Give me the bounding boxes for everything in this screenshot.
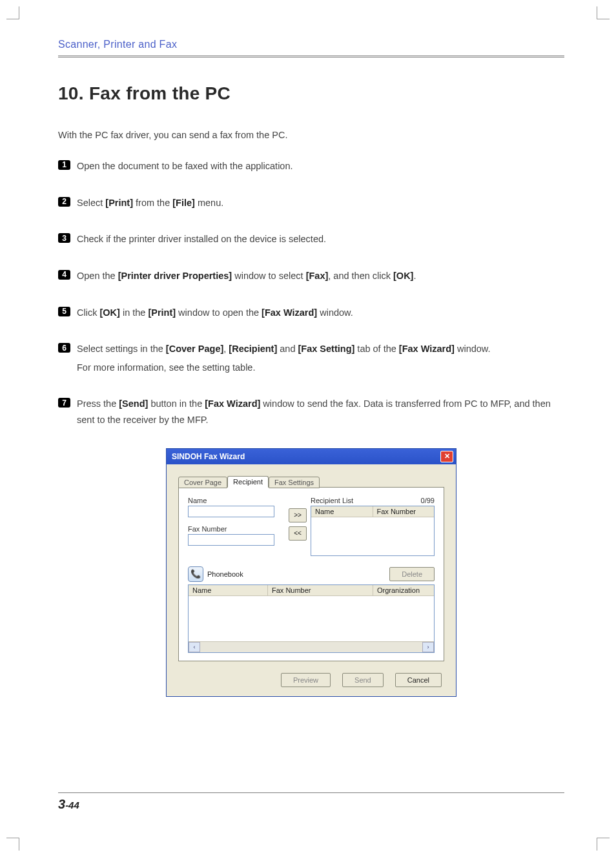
step-badge-3: 3 — [58, 233, 70, 243]
pb-col-faxnumber[interactable]: Fax Number — [268, 585, 373, 595]
bold: [File] — [172, 198, 195, 208]
bold: [Print] — [105, 198, 133, 208]
page-footer: 3-44 — [58, 792, 564, 812]
bold: [Fax] — [306, 271, 329, 281]
name-input[interactable] — [188, 506, 274, 517]
dialog-title: SINDOH Fax Wizard — [172, 452, 245, 461]
page-sub: -44 — [65, 800, 79, 811]
t: from the — [133, 198, 172, 208]
step-6-sub: For more information, see the setting ta… — [77, 360, 564, 376]
bold: [Fax Wizard] — [262, 307, 317, 318]
tab-fax-settings[interactable]: Fax Settings — [269, 477, 320, 488]
t: window to open the — [176, 307, 262, 318]
remove-recipient-button[interactable]: << — [289, 526, 307, 541]
recipient-panel: Name Fax Number >> << Recipien — [178, 487, 444, 661]
col-name[interactable]: Name — [311, 506, 373, 517]
t: button in the — [148, 398, 205, 409]
t: window. — [317, 307, 353, 318]
step-badge-4: 4 — [58, 270, 70, 280]
t: Click — [77, 307, 99, 318]
dialog-titlebar: SINDOH Fax Wizard ✕ — [167, 449, 456, 464]
phonebook-table[interactable]: Name Fax Number Orgranization ‹ › — [188, 584, 435, 653]
step-2: 2 Select [Print] from the [File] menu. — [58, 195, 564, 211]
t: . — [413, 271, 416, 281]
t: Open the — [77, 271, 118, 281]
step-6-text: Select settings in the [Cover Page], [Re… — [77, 341, 564, 375]
step-3-text: Check if the printer driver installed on… — [77, 231, 564, 247]
add-recipient-button[interactable]: >> — [289, 508, 307, 522]
delete-button[interactable]: Delete — [389, 567, 435, 581]
preview-button[interactable]: Preview — [281, 673, 331, 687]
pb-col-name[interactable]: Name — [189, 585, 268, 595]
t: Select — [77, 198, 105, 208]
step-4-text: Open the [Printer driver Properties] win… — [77, 268, 564, 284]
faxnumber-input[interactable] — [188, 534, 274, 546]
t: in the — [120, 307, 149, 318]
recipient-count: 0/99 — [421, 497, 435, 504]
phonebook-label: Phonebook — [207, 570, 243, 578]
t: Press the — [77, 398, 119, 409]
phonebook-icon[interactable]: 📞 — [188, 566, 203, 582]
step-2-text: Select [Print] from the [File] menu. — [77, 195, 564, 211]
bold: [Recipient] — [229, 344, 277, 354]
bold: [Printer driver Properties] — [118, 271, 232, 281]
scroll-right-button[interactable]: › — [422, 642, 434, 652]
t: window. — [455, 344, 491, 354]
header-divider — [58, 56, 564, 57]
close-button[interactable]: ✕ — [440, 451, 453, 462]
step-badge-1: 1 — [58, 160, 70, 170]
fax-wizard-dialog: SINDOH Fax Wizard ✕ Cover Page Recipient… — [167, 449, 456, 696]
recipient-list-label: Recipient List — [311, 497, 353, 504]
bold: [Cover Page] — [166, 344, 223, 354]
cancel-button[interactable]: Cancel — [395, 673, 442, 687]
chapter-num: 3 — [58, 797, 65, 811]
bold: [Send] — [119, 398, 148, 409]
phonebook-scrollbar[interactable]: ‹ › — [189, 641, 434, 652]
step-3: 3 Check if the printer driver installed … — [58, 231, 564, 247]
bold: [OK] — [99, 307, 119, 318]
footer-divider — [58, 792, 564, 793]
t: and — [277, 344, 298, 354]
t: tab of the — [354, 344, 399, 354]
tab-cover-page[interactable]: Cover Page — [178, 477, 227, 488]
page-number: 3-44 — [58, 797, 564, 812]
step-7: 7 Press the [Send] button in the [Fax Wi… — [58, 396, 564, 428]
step-1-text: Open the document to be faxed with the a… — [77, 158, 564, 174]
step-badge-6: 6 — [58, 343, 70, 353]
bold: [Fax Wizard] — [399, 344, 455, 354]
step-1: 1 Open the document to be faxed with the… — [58, 158, 564, 174]
close-icon: ✕ — [444, 453, 450, 460]
step-4: 4 Open the [Printer driver Properties] w… — [58, 268, 564, 284]
name-label: Name — [188, 497, 285, 504]
faxnumber-label: Fax Number — [188, 525, 285, 533]
t: window to select — [232, 271, 305, 281]
t: menu. — [195, 198, 223, 208]
step-6: 6 Select settings in the [Cover Page], [… — [58, 341, 564, 375]
step-badge-2: 2 — [58, 197, 70, 207]
step-badge-7: 7 — [58, 398, 70, 408]
pb-col-organization[interactable]: Orgranization — [373, 585, 434, 595]
step-badge-5: 5 — [58, 307, 70, 316]
scroll-left-button[interactable]: ‹ — [189, 642, 200, 652]
bold: [Fax Setting] — [298, 344, 355, 354]
t: , and then click — [328, 271, 393, 281]
t: Select settings in the — [77, 344, 166, 354]
col-faxnumber[interactable]: Fax Number — [373, 506, 435, 517]
step-5-text: Click [OK] in the [Print] window to open… — [77, 305, 564, 321]
bold: [OK] — [393, 271, 413, 281]
tabs: Cover Page Recipient Fax Settings — [178, 476, 444, 488]
tab-recipient[interactable]: Recipient — [227, 476, 269, 488]
intro-text: With the PC fax driver, you can send a f… — [58, 130, 564, 140]
send-button[interactable]: Send — [342, 673, 384, 687]
bold: [Fax Wizard] — [205, 398, 260, 409]
recipient-listbox[interactable]: Name Fax Number — [311, 506, 435, 556]
section-header: Scanner, Printer and Fax — [58, 39, 564, 50]
step-7-text: Press the [Send] button in the [Fax Wiza… — [77, 396, 564, 428]
step-5: 5 Click [OK] in the [Print] window to op… — [58, 305, 564, 321]
bold: [Print] — [148, 307, 176, 318]
chapter-title: 10. Fax from the PC — [58, 83, 564, 104]
